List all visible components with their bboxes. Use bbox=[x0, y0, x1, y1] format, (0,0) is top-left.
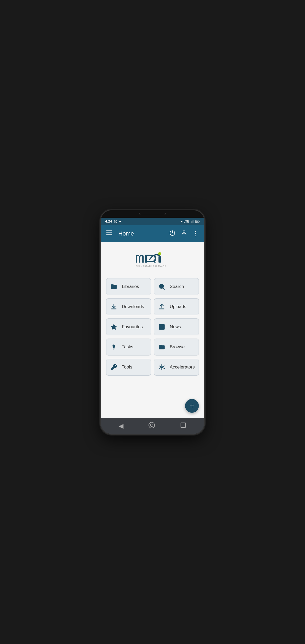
recents-button[interactable] bbox=[178, 420, 189, 432]
main-content: REAL ESTATE SOFTWARE Libraries Search bbox=[101, 242, 204, 418]
svg-rect-16 bbox=[159, 256, 161, 263]
notification-dot bbox=[119, 221, 121, 222]
svg-rect-12 bbox=[106, 233, 112, 233]
svg-rect-11 bbox=[106, 230, 112, 231]
logo-container: REAL ESTATE SOFTWARE bbox=[129, 248, 176, 271]
home-nav-button[interactable] bbox=[146, 419, 158, 433]
svg-marker-22 bbox=[111, 324, 117, 330]
downloads-label: Downloads bbox=[122, 304, 144, 309]
mri-logo: REAL ESTATE SOFTWARE bbox=[129, 248, 176, 270]
tasks-label: Tasks bbox=[122, 344, 133, 350]
bottom-nav: ◀ bbox=[101, 418, 204, 434]
svg-rect-20 bbox=[111, 308, 116, 309]
phone-frame: 4:24 LTE bbox=[101, 210, 204, 434]
battery-icon bbox=[195, 220, 200, 223]
svg-line-19 bbox=[163, 288, 165, 289]
svg-text:REAL ESTATE SOFTWARE: REAL ESTATE SOFTWARE bbox=[136, 265, 166, 267]
libraries-button[interactable]: Libraries bbox=[106, 278, 151, 295]
news-icon bbox=[158, 323, 166, 330]
accelerators-label: Accelerators bbox=[170, 365, 195, 370]
status-right: LTE bbox=[181, 220, 200, 223]
time-display: 4:24 bbox=[105, 219, 112, 223]
favourites-label: Favourites bbox=[122, 324, 143, 330]
news-button[interactable]: News bbox=[154, 318, 199, 335]
svg-rect-13 bbox=[106, 234, 112, 235]
tools-label: Tools bbox=[122, 365, 132, 370]
svg-point-18 bbox=[159, 284, 163, 288]
app-header: Home ⋮ bbox=[101, 225, 204, 242]
svg-rect-2 bbox=[192, 221, 192, 223]
tasks-button[interactable]: Tasks bbox=[106, 339, 151, 356]
lte-label: LTE bbox=[183, 220, 189, 223]
uploads-button[interactable]: Uploads bbox=[154, 298, 199, 315]
search-button[interactable]: Search bbox=[154, 278, 199, 295]
download-icon bbox=[110, 303, 118, 310]
status-left: 4:24 bbox=[105, 219, 121, 224]
more-button[interactable]: ⋮ bbox=[191, 229, 200, 238]
star-icon bbox=[110, 323, 118, 330]
user-button[interactable] bbox=[180, 229, 188, 239]
signal-dot bbox=[181, 221, 182, 222]
asterisk-icon bbox=[158, 364, 166, 371]
back-button[interactable]: ◀ bbox=[116, 420, 125, 432]
news-label: News bbox=[170, 324, 181, 330]
signal-bars-icon bbox=[190, 220, 194, 223]
libraries-label: Libraries bbox=[122, 284, 139, 289]
browse-button[interactable]: Browse bbox=[154, 339, 199, 356]
notch bbox=[139, 213, 166, 215]
button-grid: Libraries Search Downloads bbox=[106, 278, 199, 376]
upload-icon bbox=[158, 303, 166, 310]
svg-rect-33 bbox=[181, 423, 186, 428]
page-title: Home bbox=[118, 230, 165, 237]
fab-button[interactable]: + bbox=[185, 399, 199, 413]
accelerators-button[interactable]: Accelerators bbox=[154, 359, 199, 376]
status-bar: 4:24 LTE bbox=[101, 218, 204, 225]
favourites-button[interactable]: Favourites bbox=[106, 318, 151, 335]
uploads-label: Uploads bbox=[170, 304, 186, 309]
fab-plus-icon: + bbox=[190, 402, 194, 410]
svg-rect-6 bbox=[199, 221, 199, 222]
svg-point-14 bbox=[183, 231, 185, 233]
downloads-button[interactable]: Downloads bbox=[106, 298, 151, 315]
wrench-icon bbox=[110, 364, 118, 371]
svg-rect-1 bbox=[191, 222, 191, 223]
svg-point-32 bbox=[150, 424, 153, 427]
svg-rect-3 bbox=[192, 220, 193, 223]
tools-button[interactable]: Tools bbox=[106, 359, 151, 376]
menu-button[interactable] bbox=[105, 229, 113, 238]
signal-icon bbox=[114, 219, 118, 224]
search-icon bbox=[158, 283, 166, 290]
svg-rect-21 bbox=[159, 308, 164, 309]
svg-rect-4 bbox=[194, 220, 194, 223]
search-label: Search bbox=[170, 284, 184, 289]
svg-point-31 bbox=[149, 422, 155, 428]
power-button[interactable] bbox=[168, 229, 177, 239]
notch-bar bbox=[101, 210, 204, 218]
pin-icon bbox=[110, 344, 118, 350]
browse-label: Browse bbox=[170, 344, 185, 350]
folder-icon bbox=[110, 283, 118, 290]
browse-folder-icon bbox=[158, 344, 166, 350]
